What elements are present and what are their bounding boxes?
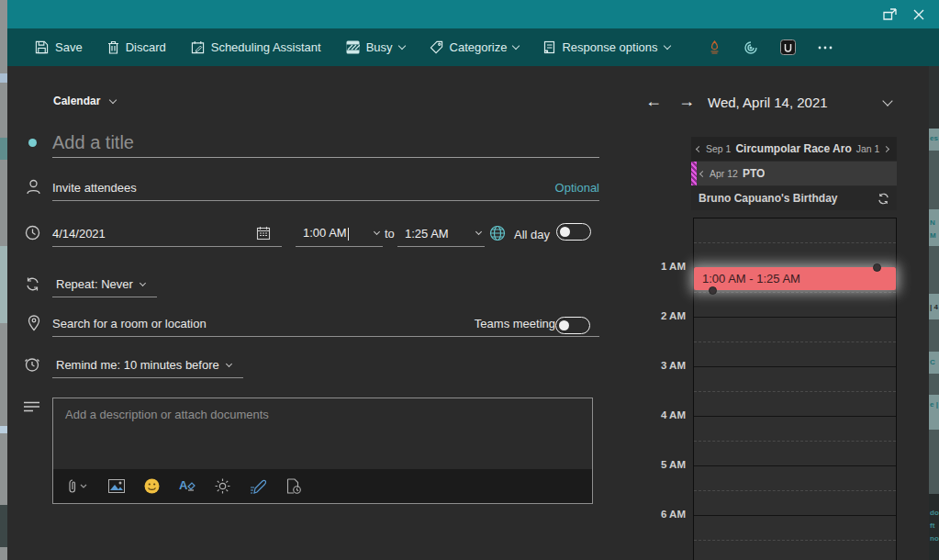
day-panel-date: Wed, April 14, 2021 — [708, 95, 828, 110]
event-compose-window: es N M | 4 C e | do ft no Save — [0, 0, 939, 560]
insert-image-icon[interactable] — [108, 479, 125, 493]
date-picker-icon[interactable] — [256, 226, 271, 241]
insert-file-clock-icon[interactable] — [286, 478, 301, 494]
response-options-dropdown[interactable]: Response options — [543, 40, 669, 54]
bg-text-fragment: M — [930, 231, 936, 240]
more-options-button[interactable] — [818, 46, 833, 50]
chevron-down-icon — [397, 42, 405, 50]
tag-icon — [430, 40, 443, 54]
chevron-down-icon — [512, 42, 520, 50]
save-button[interactable]: Save — [35, 40, 83, 54]
chevron-down-icon[interactable] — [475, 229, 482, 235]
previous-day-button[interactable]: ← — [645, 92, 662, 111]
title-placeholder: Add a title — [52, 132, 134, 153]
chevron-right-icon — [883, 145, 889, 151]
all-day-event-birthday[interactable]: Bruno Capuano's Birthday — [691, 186, 897, 210]
clear-formatting-icon[interactable]: A — [179, 478, 196, 494]
close-icon[interactable] — [913, 9, 924, 20]
calendar-selector-dropdown[interactable]: Calendar — [53, 95, 116, 107]
insert-emoji-icon[interactable] — [144, 478, 160, 494]
draw-ink-pen-icon[interactable] — [250, 479, 267, 494]
busy-status-dropdown[interactable]: Busy — [346, 40, 405, 54]
teams-meeting-toggle[interactable] — [555, 317, 590, 334]
command-toolbar: Save Discard Scheduling Assistant Busy — [7, 28, 939, 66]
start-time-value: 1:00 AM — [303, 226, 349, 241]
end-time-input[interactable]: 1:25 AM — [397, 220, 485, 247]
u-app-addin-icon[interactable] — [780, 39, 796, 55]
busy-icon — [346, 40, 360, 54]
end-time-value: 1:25 AM — [405, 227, 449, 241]
bg-text-fragment: N — [930, 218, 935, 227]
all-day-event-pto[interactable]: Apr 12 PTO — [691, 162, 897, 185]
discard-label: Discard — [126, 40, 166, 54]
calendar-color-dot — [28, 139, 37, 147]
bg-text-fragment: do — [930, 509, 939, 517]
attendees-input[interactable]: Invite attendees Optional — [52, 174, 599, 201]
location-input[interactable]: Search for a room or location Teams meet… — [52, 310, 599, 337]
scheduling-assistant-label: Scheduling Assistant — [211, 40, 321, 54]
start-time-input[interactable]: 1:00 AM — [296, 220, 383, 247]
event-resize-handle-top[interactable] — [873, 263, 881, 272]
chevron-left-icon — [696, 145, 702, 151]
start-date-input[interactable]: 4/14/2021 — [52, 220, 282, 247]
reminder-value: Remind me: 10 minutes before — [56, 358, 219, 372]
bg-text-fragment: ft — [930, 521, 934, 530]
description-placeholder: Add a description or attach documents — [65, 408, 269, 421]
discard-button[interactable]: Discard — [107, 40, 166, 54]
ellipsis-icon — [818, 46, 833, 50]
event-resize-handle-bottom[interactable] — [709, 286, 717, 295]
calendar-pencil-icon — [191, 40, 205, 54]
location-placeholder: Search for a room or location — [52, 317, 475, 330]
hour-label: 6 AM — [633, 509, 686, 520]
bg-text-fragment: es — [930, 134, 938, 142]
popout-icon[interactable] — [883, 8, 897, 20]
categorize-label: Categorize — [450, 40, 508, 54]
all-day-toggle[interactable] — [556, 223, 591, 241]
description-editor[interactable]: Add a description or attach documents — [52, 398, 593, 504]
event-title: Circumpolar Race Aro — [735, 142, 851, 155]
response-options-label: Response options — [562, 40, 657, 54]
all-day-label: All day — [514, 228, 550, 241]
chevron-down-icon — [140, 279, 146, 286]
reminder-dropdown[interactable]: Remind me: 10 minutes before — [52, 353, 243, 378]
save-icon — [35, 40, 49, 54]
timezone-globe-icon[interactable] — [489, 225, 506, 245]
bg-text-fragment: e | — [930, 400, 938, 409]
repeat-dropdown[interactable]: Repeat: Never — [52, 272, 157, 297]
hour-label: 2 AM — [633, 310, 686, 321]
selected-event-block[interactable]: 1:00 AM - 1:25 AM — [694, 267, 896, 290]
chevron-down-icon[interactable] — [374, 229, 380, 235]
chevron-down-icon — [109, 95, 117, 103]
brightness-icon[interactable] — [215, 478, 230, 494]
attach-paperclip-icon[interactable] — [67, 478, 89, 494]
event-time-label: 1:00 AM - 1:25 AM — [694, 267, 896, 290]
title-input[interactable]: Add a title — [52, 129, 599, 158]
hour-label: 4 AM — [633, 409, 686, 420]
next-day-button[interactable]: → — [678, 92, 695, 111]
teams-meeting-label: Teams meeting — [475, 317, 555, 330]
spiral-addin-icon[interactable] — [743, 40, 758, 55]
editor-toolbar: A — [53, 469, 592, 503]
toggle-knob — [559, 320, 569, 330]
orange-addin-icon[interactable] — [708, 40, 721, 55]
optional-label: Optional — [555, 181, 599, 195]
chevron-down-icon — [226, 360, 232, 366]
event-end-date: Jan 1 — [856, 143, 880, 154]
background-window-left-sliver — [0, 0, 7, 560]
calendar-selector-label: Calendar — [53, 95, 100, 107]
text-cursor — [348, 228, 349, 241]
save-label: Save — [55, 40, 83, 54]
chevron-down-icon[interactable] — [882, 95, 892, 106]
scheduling-assistant-button[interactable]: Scheduling Assistant — [191, 40, 321, 54]
to-label: to — [385, 227, 395, 241]
event-title: PTO — [743, 167, 765, 180]
bg-text-fragment: C — [930, 358, 935, 366]
chevron-down-icon — [663, 42, 670, 50]
all-day-event-circumpolar[interactable]: Sep 1 Circumpolar Race Aro Jan 1 — [691, 137, 897, 161]
background-window-right-sliver: es N M | 4 C e | do ft no — [929, 66, 939, 560]
categorize-dropdown[interactable]: Categorize — [430, 40, 520, 54]
alarm-clock-icon — [24, 356, 40, 373]
event-start-date: Apr 12 — [710, 168, 738, 179]
repeat-icon — [25, 276, 40, 292]
bg-text-fragment: no — [930, 534, 939, 543]
